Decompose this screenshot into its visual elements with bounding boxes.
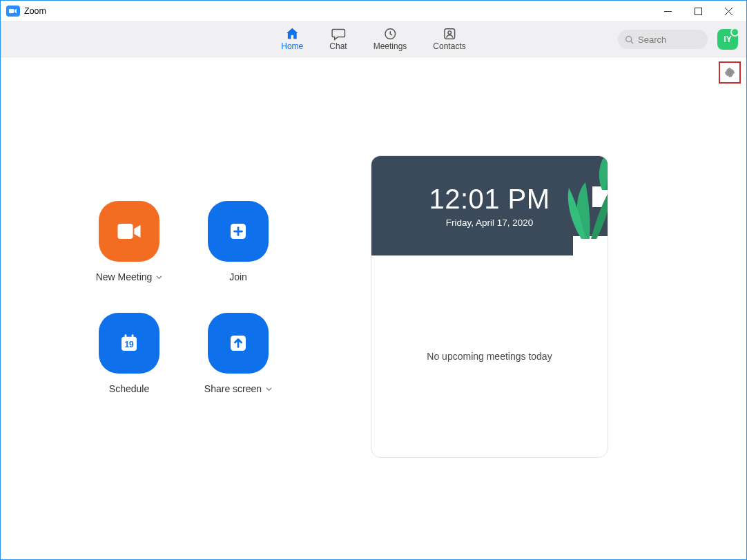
tile-label: New Meeting <box>96 271 153 282</box>
titlebar: Zoom <box>1 1 746 21</box>
chat-icon <box>331 28 346 40</box>
new-meeting-button[interactable] <box>99 201 159 262</box>
search-icon <box>625 35 634 44</box>
schedule-button[interactable]: 19 <box>99 313 159 374</box>
settings-button[interactable] <box>719 61 741 84</box>
svg-rect-0 <box>9 9 14 13</box>
no-meetings-text: No upcoming meetings today <box>427 351 552 362</box>
svg-rect-20 <box>573 236 608 255</box>
tab-meetings[interactable]: Meetings <box>374 28 407 51</box>
gear-icon <box>724 66 736 79</box>
svg-rect-15 <box>125 334 127 339</box>
svg-rect-10 <box>118 224 133 239</box>
tab-label: Home <box>281 41 303 51</box>
contacts-icon <box>442 28 457 40</box>
close-button[interactable] <box>713 1 744 21</box>
tab-chat[interactable]: Chat <box>329 28 347 51</box>
join-button[interactable] <box>208 201 269 262</box>
minimize-button[interactable] <box>652 1 683 21</box>
search-placeholder: Search <box>638 35 666 45</box>
gear-row <box>1 57 746 86</box>
maximize-button[interactable] <box>683 1 713 21</box>
share-screen-icon <box>223 328 253 358</box>
calendar-card: 12:01 PM Friday, April 17, 2020 No upcom… <box>371 155 608 458</box>
tile-label: Share screen <box>204 383 262 394</box>
svg-rect-16 <box>132 334 134 339</box>
search-input[interactable]: Search <box>618 30 708 49</box>
clock-date: Friday, April 17, 2020 <box>446 218 534 228</box>
chevron-down-icon[interactable] <box>266 383 272 394</box>
tab-contacts[interactable]: Contacts <box>433 28 465 51</box>
svg-rect-2 <box>695 8 701 15</box>
zoom-logo-icon <box>6 6 20 17</box>
svg-text:19: 19 <box>124 340 134 349</box>
navbar: Home Chat Meetings Contacts <box>1 21 746 57</box>
tab-label: Contacts <box>433 41 465 51</box>
tile-new-meeting: New Meeting <box>77 201 181 282</box>
tab-home[interactable]: Home <box>281 28 303 51</box>
window-controls <box>652 1 744 21</box>
main: New Meeting Join <box>1 86 746 559</box>
app-title: Zoom <box>24 6 46 16</box>
left-pane: New Meeting Join <box>1 86 367 559</box>
tile-join: Join <box>186 201 290 282</box>
home-icon <box>284 28 300 40</box>
share-screen-button[interactable] <box>208 313 269 374</box>
nav-right: Search IY <box>618 29 738 50</box>
plus-icon <box>223 216 253 247</box>
upcoming-meetings: No upcoming meetings today <box>371 255 608 457</box>
right-pane: 12:01 PM Friday, April 17, 2020 No upcom… <box>367 86 746 559</box>
tile-grid: New Meeting Join <box>77 201 290 394</box>
video-icon <box>114 216 144 247</box>
app-window: Zoom Home C <box>0 0 747 560</box>
tile-share-screen: Share screen <box>186 313 290 394</box>
clock-time: 12:01 PM <box>429 184 550 215</box>
card-hero: 12:01 PM Friday, April 17, 2020 <box>371 156 608 255</box>
tile-label: Schedule <box>109 383 149 394</box>
avatar[interactable]: IY <box>717 29 738 50</box>
svg-point-8 <box>626 36 632 41</box>
svg-point-7 <box>448 31 452 35</box>
tab-label: Chat <box>329 41 347 51</box>
svg-line-9 <box>631 41 633 43</box>
plant-decoration-icon <box>545 182 608 255</box>
tile-schedule: 19 Schedule <box>77 313 181 394</box>
nav-tabs: Home Chat Meetings Contacts <box>281 28 465 51</box>
tile-label: Join <box>229 271 247 282</box>
tab-label: Meetings <box>374 41 407 51</box>
chevron-down-icon[interactable] <box>156 271 162 282</box>
clock-icon <box>382 28 398 40</box>
calendar-icon: 19 <box>114 328 144 358</box>
